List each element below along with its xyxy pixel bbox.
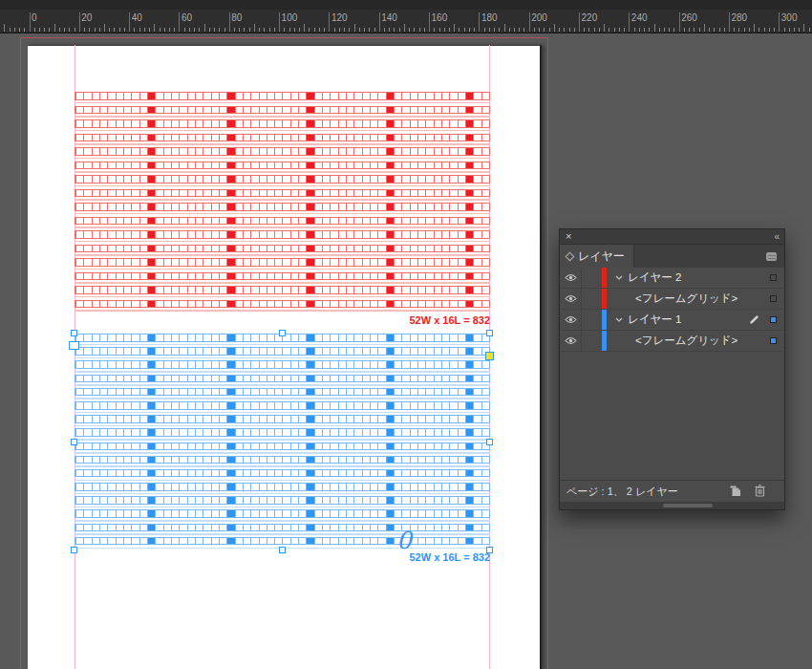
ruler-tick — [129, 12, 130, 32]
lock-cell[interactable] — [582, 310, 602, 330]
page-layer-count-status: ページ : 1、 2 レイヤー — [566, 485, 678, 499]
ruler-tick — [459, 28, 459, 32]
ruler-tick — [304, 24, 305, 32]
ruler-tick — [444, 28, 445, 32]
visibility-toggle[interactable] — [560, 289, 582, 309]
ruler-tick — [349, 28, 350, 32]
layer-row-layer1[interactable]: レイヤー 1 — [560, 310, 784, 331]
layer-name[interactable]: レイヤー 2 — [628, 270, 681, 285]
ruler-tick — [84, 28, 85, 32]
ruler-tick — [489, 28, 490, 32]
lock-cell[interactable] — [582, 331, 602, 351]
ruler-tick — [684, 28, 685, 32]
panel-title-bar: × « — [560, 229, 784, 245]
ruler-tick — [194, 28, 195, 32]
visibility-toggle[interactable] — [560, 331, 582, 351]
panel-collapse-icon[interactable]: « — [774, 232, 779, 242]
lock-cell[interactable] — [582, 268, 602, 288]
selection-handle-middle-right[interactable] — [486, 439, 493, 445]
expand-chevron-icon[interactable] — [613, 275, 625, 280]
selection-handle-bottom-center[interactable] — [279, 547, 286, 553]
ruler-tick — [449, 28, 450, 32]
ruler-tick — [174, 28, 175, 32]
ruler-tick — [424, 28, 425, 32]
layer-row-framegrid-blue[interactable]: <フレームグリッド> — [560, 331, 784, 352]
ruler-tick — [594, 28, 595, 32]
bleed-guide-right — [547, 37, 548, 669]
selection-handle-bottom-left[interactable] — [71, 547, 77, 553]
ruler-tick — [359, 28, 360, 32]
ruler-tick — [119, 28, 120, 32]
ruler-tick — [124, 28, 125, 32]
ruler-tick — [339, 28, 340, 32]
panel-horizontal-scrollbar[interactable] — [560, 502, 784, 509]
ruler-tick — [419, 28, 420, 32]
ruler-tick — [624, 28, 625, 32]
ruler-tick — [259, 28, 260, 32]
ruler-tick — [744, 28, 745, 32]
ruler-tick — [134, 28, 135, 32]
ruler-tick — [104, 24, 105, 32]
ruler-label: 200 — [531, 12, 547, 23]
selection-handle-top-right[interactable] — [486, 330, 493, 336]
scrollbar-handle[interactable] — [663, 504, 713, 507]
layer-row-layer2[interactable]: レイヤー 2 — [560, 268, 784, 289]
grid-line — [75, 272, 490, 287]
ruler-tick — [184, 28, 185, 32]
ruler-tick — [374, 28, 375, 32]
ruler-tick — [429, 12, 430, 32]
layer-row-framegrid-red[interactable]: <フレームグリッド> — [560, 289, 784, 310]
item-select-square[interactable] — [770, 316, 777, 323]
grid-line — [75, 106, 490, 120]
live-corner-yellow-box[interactable] — [485, 352, 494, 360]
ruler-tick — [554, 24, 555, 32]
grid-line — [75, 401, 490, 415]
ruler-tick — [494, 28, 495, 32]
item-select-square[interactable] — [770, 274, 777, 281]
selection-handle-bottom-right[interactable] — [486, 547, 493, 553]
ruler-tick — [79, 12, 80, 32]
grid-line — [75, 375, 490, 388]
ruler-tick — [49, 28, 50, 32]
ruler-tick — [160, 28, 160, 32]
layer-name[interactable]: レイヤー 1 — [628, 313, 681, 327]
ruler-tick — [639, 28, 640, 32]
grid-line — [75, 428, 490, 442]
item-select-square[interactable] — [770, 295, 777, 302]
red-frame-grid[interactable] — [75, 92, 490, 313]
expand-chevron-icon[interactable] — [613, 317, 625, 322]
tab-layers[interactable]: レイヤー — [560, 245, 634, 268]
selection-handle-top-center[interactable] — [279, 330, 286, 336]
ruler-tick — [569, 28, 570, 32]
layer-list: レイヤー 2 <フレームグリッド> — [560, 268, 784, 480]
visibility-toggle[interactable] — [560, 268, 582, 288]
object-name[interactable]: <フレームグリッド> — [635, 291, 737, 306]
ruler-tick — [644, 28, 645, 32]
ruler-tick — [414, 28, 415, 32]
visibility-toggle[interactable] — [560, 310, 582, 330]
ruler-tick — [769, 28, 770, 32]
ruler-tick — [189, 28, 190, 32]
ruler-tick — [549, 28, 550, 32]
panel-close-icon[interactable]: × — [566, 231, 571, 242]
lock-cell[interactable] — [582, 289, 602, 309]
selection-handle-top-left[interactable] — [71, 330, 77, 336]
item-select-square[interactable] — [770, 337, 777, 344]
selection-handle-middle-left[interactable] — [71, 439, 77, 445]
ruler-tick — [809, 28, 810, 32]
ruler-label: 160 — [432, 12, 448, 23]
panel-menu-icon[interactable] — [766, 252, 777, 261]
blue-frame-grid[interactable] — [75, 334, 490, 550]
ruler-tick — [369, 28, 370, 32]
ruler-tick — [579, 12, 580, 32]
object-name[interactable]: <フレームグリッド> — [635, 334, 737, 348]
ruler-tick — [759, 28, 759, 32]
horizontal-ruler[interactable]: 0204060801001201401601802002202402602803… — [0, 0, 812, 33]
ruler-tick — [14, 28, 15, 32]
new-layer-icon[interactable] — [730, 486, 742, 499]
ruler-tick — [314, 28, 315, 32]
ruler-tick — [719, 28, 720, 32]
delete-layer-trash-icon[interactable] — [755, 485, 765, 499]
grid-line — [75, 162, 490, 176]
text-inport-handle[interactable] — [69, 341, 79, 350]
